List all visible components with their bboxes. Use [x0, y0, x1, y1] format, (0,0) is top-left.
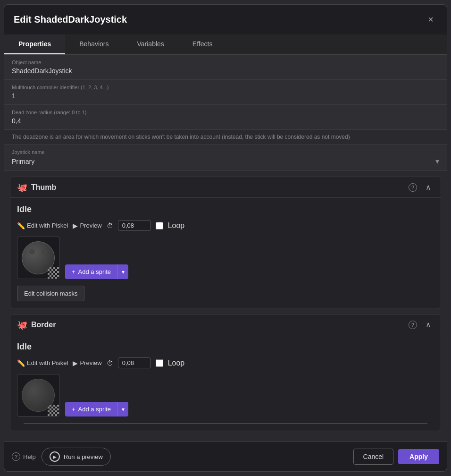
border-add-sprite-group: + Add a sprite ▾ [65, 402, 128, 416]
plus-icon: + [72, 268, 75, 275]
thumb-preview-button[interactable]: ▶ Preview [73, 222, 101, 230]
border-loop-label: Loop [168, 359, 185, 367]
joystick-name-field: Joystick name Primary ▾ [4, 144, 447, 171]
edit-dialog: Edit ShadedDarkJoystick × Properties Beh… [4, 4, 447, 472]
deadzone-hint: The deadzone is an area for which moveme… [4, 130, 447, 144]
border-checkered-bg [48, 405, 59, 416]
joystick-name-value: Primary [12, 158, 34, 165]
border-animation-label: Idle [17, 342, 434, 352]
border-section: 🐙 Border ? ∧ Idle ✏️ Edit with Piskel [10, 314, 441, 431]
object-name-label: Object name [12, 60, 439, 65]
object-name-value: ShadedDarkJoystick [12, 67, 439, 75]
thumb-animation-label: Idle [17, 204, 434, 214]
thumb-animation-controls: ✏️ Edit with Piskel ▶ Preview ⏱ Loop [17, 220, 434, 231]
border-help-button[interactable]: ? [409, 321, 417, 329]
thumb-help-icon: ? [411, 185, 414, 190]
border-sprite-thumbnail [17, 374, 59, 416]
tab-behaviors[interactable]: Behaviors [65, 34, 123, 54]
tab-properties[interactable]: Properties [4, 34, 65, 54]
thumb-edit-collision-button[interactable]: Edit collision masks [17, 286, 84, 301]
apply-button[interactable]: Apply [398, 449, 439, 464]
footer-right: Cancel Apply [353, 449, 439, 465]
thumb-icon: 🐙 [17, 182, 27, 193]
chevron-down-icon-border: ▾ [122, 406, 125, 413]
dialog-title: Edit ShadedDarkJoystick [14, 14, 127, 25]
thumb-collapse-button[interactable]: ∧ [423, 182, 434, 193]
thumb-sprites-row: + Add a sprite ▾ [17, 237, 434, 279]
border-title-group: 🐙 Border [17, 320, 56, 330]
multitouch-field: Multitouch controller identifier (1, 2, … [4, 80, 447, 105]
thumb-add-sprite-group: + Add a sprite ▾ [65, 264, 128, 279]
thumb-edit-piskel-button[interactable]: ✏️ Edit with Piskel [17, 222, 68, 230]
thumb-section-actions: ? ∧ [409, 182, 434, 193]
multitouch-value: 1 [12, 92, 439, 100]
thumb-add-sprite-dropdown-button[interactable]: ▾ [117, 264, 128, 279]
pencil-icon-border: ✏️ [17, 359, 25, 367]
dialog-header: Edit ShadedDarkJoystick × [4, 5, 447, 34]
thumb-section: 🐙 Thumb ? ∧ Idle ✏️ Edit with Piskel [10, 177, 441, 308]
multitouch-label: Multitouch controller identifier (1, 2, … [12, 85, 439, 90]
thumb-preview-label: Preview [80, 222, 101, 229]
thumb-help-button[interactable]: ? [409, 183, 417, 192]
border-help-icon: ? [411, 322, 414, 328]
tab-bar: Properties Behaviors Variables Effects [4, 34, 447, 55]
object-name-field: Object name ShadedDarkJoystick [4, 55, 447, 80]
border-collapse-button[interactable]: ∧ [423, 319, 434, 330]
border-animation-controls: ✏️ Edit with Piskel ▶ Preview ⏱ Loop [17, 357, 434, 368]
thumb-section-header: 🐙 Thumb ? ∧ [10, 177, 441, 198]
border-separator [24, 423, 427, 424]
footer-left: ? Help ▶ Run a preview [12, 448, 111, 466]
border-preview-button[interactable]: ▶ Preview [73, 359, 101, 367]
deadzone-field: Dead zone radius (range: 0 to 1) 0,4 [4, 105, 447, 130]
close-button[interactable]: × [424, 12, 437, 27]
chevron-down-icon: ▾ [122, 269, 125, 275]
border-section-body: Idle ✏️ Edit with Piskel ▶ Preview ⏱ Loo… [10, 335, 441, 431]
deadzone-value: 0,4 [12, 117, 439, 125]
run-preview-label: Run a preview [64, 453, 103, 460]
play-icon: ▶ [73, 222, 78, 230]
tab-effects[interactable]: Effects [178, 34, 227, 54]
border-loop-checkbox[interactable] [156, 359, 163, 367]
timer-icon-border: ⏱ [107, 359, 113, 367]
joystick-name-label: Joystick name [12, 149, 439, 155]
thumb-edit-piskel-label: Edit with Piskel [27, 222, 68, 229]
pencil-icon: ✏️ [17, 222, 25, 230]
play-icon-border: ▶ [73, 359, 78, 367]
border-title: Border [31, 321, 56, 329]
dialog-footer: ? Help ▶ Run a preview Cancel Apply [4, 442, 447, 471]
border-sprites-row: + Add a sprite ▾ [17, 374, 434, 416]
help-button[interactable]: ? Help [12, 452, 36, 461]
content-area: Object name ShadedDarkJoystick Multitouc… [4, 55, 447, 442]
cancel-button[interactable]: Cancel [353, 449, 394, 465]
border-edit-piskel-button[interactable]: ✏️ Edit with Piskel [17, 359, 68, 367]
thumb-title-group: 🐙 Thumb [17, 182, 56, 193]
thumb-time-input[interactable] [118, 220, 151, 231]
tab-variables[interactable]: Variables [123, 34, 178, 54]
border-add-sprite-label: Add a sprite [78, 406, 111, 413]
border-preview-label: Preview [80, 359, 101, 366]
thumb-loop-label: Loop [168, 221, 185, 230]
border-section-actions: ? ∧ [409, 319, 434, 330]
thumb-sprite-thumbnail [17, 237, 59, 279]
border-edit-piskel-label: Edit with Piskel [27, 359, 68, 366]
deadzone-label: Dead zone radius (range: 0 to 1) [12, 110, 439, 115]
border-icon: 🐙 [17, 320, 27, 330]
run-preview-button[interactable]: ▶ Run a preview [42, 448, 111, 466]
thumb-section-body: Idle ✏️ Edit with Piskel ▶ Preview ⏱ Loo… [10, 198, 441, 308]
thumb-loop-checkbox[interactable] [156, 222, 163, 230]
thumb-add-sprite-label: Add a sprite [78, 268, 111, 275]
border-add-sprite-dropdown-button[interactable]: ▾ [117, 402, 128, 416]
thumb-title: Thumb [31, 183, 56, 192]
plus-icon-border: + [72, 406, 75, 413]
run-preview-play-icon: ▶ [50, 451, 60, 462]
border-section-header: 🐙 Border ? ∧ [10, 314, 441, 335]
thumb-add-sprite-button[interactable]: + Add a sprite [65, 264, 117, 279]
joystick-dropdown-icon[interactable]: ▾ [435, 157, 439, 166]
timer-icon: ⏱ [107, 222, 113, 230]
border-add-sprite-button[interactable]: + Add a sprite [65, 402, 117, 416]
help-circle-icon: ? [12, 452, 20, 461]
help-label: Help [23, 453, 36, 460]
border-time-input[interactable] [118, 357, 151, 368]
thumb-checkered-bg [48, 267, 59, 279]
